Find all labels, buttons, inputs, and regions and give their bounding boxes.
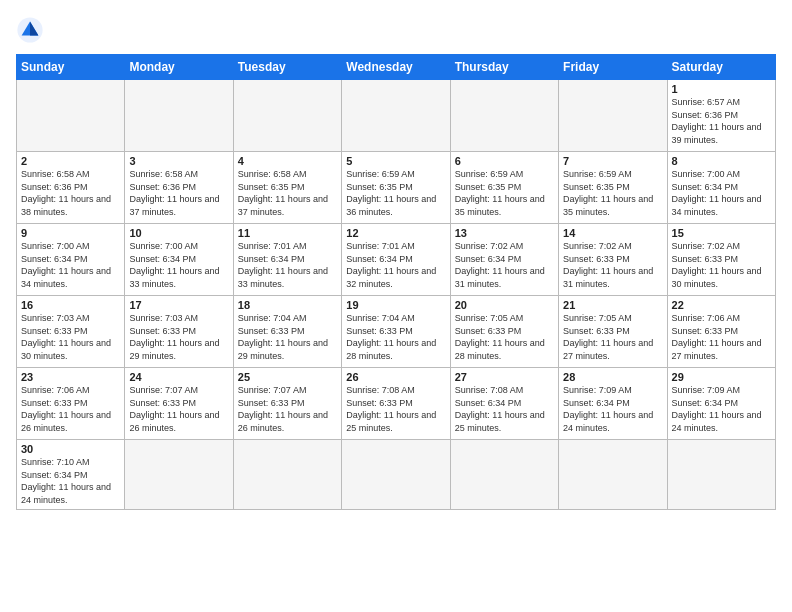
calendar-cell: 6Sunrise: 6:59 AMSunset: 6:35 PMDaylight… bbox=[450, 152, 558, 224]
day-number: 14 bbox=[563, 227, 662, 239]
weekday-header-thursday: Thursday bbox=[450, 55, 558, 80]
day-number: 12 bbox=[346, 227, 445, 239]
day-info: Sunrise: 6:59 AMSunset: 6:35 PMDaylight:… bbox=[455, 168, 554, 218]
day-number: 11 bbox=[238, 227, 337, 239]
logo-icon bbox=[16, 16, 44, 44]
day-number: 27 bbox=[455, 371, 554, 383]
calendar-cell: 16Sunrise: 7:03 AMSunset: 6:33 PMDayligh… bbox=[17, 296, 125, 368]
calendar-cell bbox=[125, 80, 233, 152]
day-info: Sunrise: 7:07 AMSunset: 6:33 PMDaylight:… bbox=[238, 384, 337, 434]
day-info: Sunrise: 7:03 AMSunset: 6:33 PMDaylight:… bbox=[129, 312, 228, 362]
weekday-header-wednesday: Wednesday bbox=[342, 55, 450, 80]
day-info: Sunrise: 7:06 AMSunset: 6:33 PMDaylight:… bbox=[672, 312, 771, 362]
day-number: 15 bbox=[672, 227, 771, 239]
day-info: Sunrise: 7:06 AMSunset: 6:33 PMDaylight:… bbox=[21, 384, 120, 434]
day-number: 3 bbox=[129, 155, 228, 167]
week-row-1: 1Sunrise: 6:57 AMSunset: 6:36 PMDaylight… bbox=[17, 80, 776, 152]
calendar-cell: 25Sunrise: 7:07 AMSunset: 6:33 PMDayligh… bbox=[233, 368, 341, 440]
weekday-header-row: SundayMondayTuesdayWednesdayThursdayFrid… bbox=[17, 55, 776, 80]
calendar-cell: 5Sunrise: 6:59 AMSunset: 6:35 PMDaylight… bbox=[342, 152, 450, 224]
weekday-header-tuesday: Tuesday bbox=[233, 55, 341, 80]
day-info: Sunrise: 7:09 AMSunset: 6:34 PMDaylight:… bbox=[672, 384, 771, 434]
calendar-cell: 18Sunrise: 7:04 AMSunset: 6:33 PMDayligh… bbox=[233, 296, 341, 368]
calendar-cell bbox=[450, 80, 558, 152]
calendar-cell bbox=[233, 80, 341, 152]
week-row-2: 2Sunrise: 6:58 AMSunset: 6:36 PMDaylight… bbox=[17, 152, 776, 224]
day-number: 29 bbox=[672, 371, 771, 383]
calendar-cell: 21Sunrise: 7:05 AMSunset: 6:33 PMDayligh… bbox=[559, 296, 667, 368]
weekday-header-saturday: Saturday bbox=[667, 55, 775, 80]
calendar-cell: 20Sunrise: 7:05 AMSunset: 6:33 PMDayligh… bbox=[450, 296, 558, 368]
day-info: Sunrise: 6:58 AMSunset: 6:36 PMDaylight:… bbox=[129, 168, 228, 218]
day-info: Sunrise: 6:58 AMSunset: 6:35 PMDaylight:… bbox=[238, 168, 337, 218]
day-number: 13 bbox=[455, 227, 554, 239]
calendar-cell: 23Sunrise: 7:06 AMSunset: 6:33 PMDayligh… bbox=[17, 368, 125, 440]
day-info: Sunrise: 7:08 AMSunset: 6:34 PMDaylight:… bbox=[455, 384, 554, 434]
day-number: 18 bbox=[238, 299, 337, 311]
day-info: Sunrise: 7:04 AMSunset: 6:33 PMDaylight:… bbox=[346, 312, 445, 362]
day-number: 9 bbox=[21, 227, 120, 239]
day-number: 8 bbox=[672, 155, 771, 167]
day-info: Sunrise: 7:02 AMSunset: 6:34 PMDaylight:… bbox=[455, 240, 554, 290]
day-info: Sunrise: 7:03 AMSunset: 6:33 PMDaylight:… bbox=[21, 312, 120, 362]
day-number: 20 bbox=[455, 299, 554, 311]
day-number: 22 bbox=[672, 299, 771, 311]
calendar-cell: 15Sunrise: 7:02 AMSunset: 6:33 PMDayligh… bbox=[667, 224, 775, 296]
calendar-cell: 1Sunrise: 6:57 AMSunset: 6:36 PMDaylight… bbox=[667, 80, 775, 152]
day-info: Sunrise: 7:00 AMSunset: 6:34 PMDaylight:… bbox=[672, 168, 771, 218]
day-info: Sunrise: 6:58 AMSunset: 6:36 PMDaylight:… bbox=[21, 168, 120, 218]
day-info: Sunrise: 6:59 AMSunset: 6:35 PMDaylight:… bbox=[346, 168, 445, 218]
day-number: 25 bbox=[238, 371, 337, 383]
day-info: Sunrise: 7:04 AMSunset: 6:33 PMDaylight:… bbox=[238, 312, 337, 362]
calendar-cell: 22Sunrise: 7:06 AMSunset: 6:33 PMDayligh… bbox=[667, 296, 775, 368]
calendar-cell: 12Sunrise: 7:01 AMSunset: 6:34 PMDayligh… bbox=[342, 224, 450, 296]
calendar-cell: 3Sunrise: 6:58 AMSunset: 6:36 PMDaylight… bbox=[125, 152, 233, 224]
week-row-5: 23Sunrise: 7:06 AMSunset: 6:33 PMDayligh… bbox=[17, 368, 776, 440]
day-info: Sunrise: 7:08 AMSunset: 6:33 PMDaylight:… bbox=[346, 384, 445, 434]
calendar-cell bbox=[125, 440, 233, 510]
day-info: Sunrise: 7:09 AMSunset: 6:34 PMDaylight:… bbox=[563, 384, 662, 434]
day-number: 4 bbox=[238, 155, 337, 167]
calendar-cell: 28Sunrise: 7:09 AMSunset: 6:34 PMDayligh… bbox=[559, 368, 667, 440]
calendar-cell bbox=[667, 440, 775, 510]
weekday-header-friday: Friday bbox=[559, 55, 667, 80]
calendar-cell bbox=[233, 440, 341, 510]
day-number: 16 bbox=[21, 299, 120, 311]
week-row-6: 30Sunrise: 7:10 AMSunset: 6:34 PMDayligh… bbox=[17, 440, 776, 510]
calendar-cell: 9Sunrise: 7:00 AMSunset: 6:34 PMDaylight… bbox=[17, 224, 125, 296]
week-row-4: 16Sunrise: 7:03 AMSunset: 6:33 PMDayligh… bbox=[17, 296, 776, 368]
day-info: Sunrise: 7:02 AMSunset: 6:33 PMDaylight:… bbox=[563, 240, 662, 290]
calendar-cell: 4Sunrise: 6:58 AMSunset: 6:35 PMDaylight… bbox=[233, 152, 341, 224]
week-row-3: 9Sunrise: 7:00 AMSunset: 6:34 PMDaylight… bbox=[17, 224, 776, 296]
day-info: Sunrise: 7:10 AMSunset: 6:34 PMDaylight:… bbox=[21, 456, 120, 506]
day-info: Sunrise: 7:01 AMSunset: 6:34 PMDaylight:… bbox=[346, 240, 445, 290]
day-number: 28 bbox=[563, 371, 662, 383]
calendar-cell: 17Sunrise: 7:03 AMSunset: 6:33 PMDayligh… bbox=[125, 296, 233, 368]
calendar-cell: 2Sunrise: 6:58 AMSunset: 6:36 PMDaylight… bbox=[17, 152, 125, 224]
day-number: 30 bbox=[21, 443, 120, 455]
calendar-cell: 8Sunrise: 7:00 AMSunset: 6:34 PMDaylight… bbox=[667, 152, 775, 224]
weekday-header-sunday: Sunday bbox=[17, 55, 125, 80]
calendar-cell bbox=[450, 440, 558, 510]
day-number: 7 bbox=[563, 155, 662, 167]
calendar-cell: 14Sunrise: 7:02 AMSunset: 6:33 PMDayligh… bbox=[559, 224, 667, 296]
day-number: 19 bbox=[346, 299, 445, 311]
day-number: 17 bbox=[129, 299, 228, 311]
calendar-cell: 29Sunrise: 7:09 AMSunset: 6:34 PMDayligh… bbox=[667, 368, 775, 440]
day-number: 10 bbox=[129, 227, 228, 239]
day-number: 1 bbox=[672, 83, 771, 95]
day-number: 5 bbox=[346, 155, 445, 167]
calendar-cell bbox=[17, 80, 125, 152]
page: SundayMondayTuesdayWednesdayThursdayFrid… bbox=[0, 0, 792, 612]
calendar: SundayMondayTuesdayWednesdayThursdayFrid… bbox=[16, 54, 776, 510]
header bbox=[16, 16, 776, 44]
day-info: Sunrise: 7:01 AMSunset: 6:34 PMDaylight:… bbox=[238, 240, 337, 290]
day-info: Sunrise: 7:00 AMSunset: 6:34 PMDaylight:… bbox=[129, 240, 228, 290]
calendar-cell: 7Sunrise: 6:59 AMSunset: 6:35 PMDaylight… bbox=[559, 152, 667, 224]
day-number: 2 bbox=[21, 155, 120, 167]
logo bbox=[16, 16, 48, 44]
day-info: Sunrise: 6:59 AMSunset: 6:35 PMDaylight:… bbox=[563, 168, 662, 218]
calendar-cell bbox=[342, 440, 450, 510]
calendar-cell: 26Sunrise: 7:08 AMSunset: 6:33 PMDayligh… bbox=[342, 368, 450, 440]
calendar-cell bbox=[559, 440, 667, 510]
